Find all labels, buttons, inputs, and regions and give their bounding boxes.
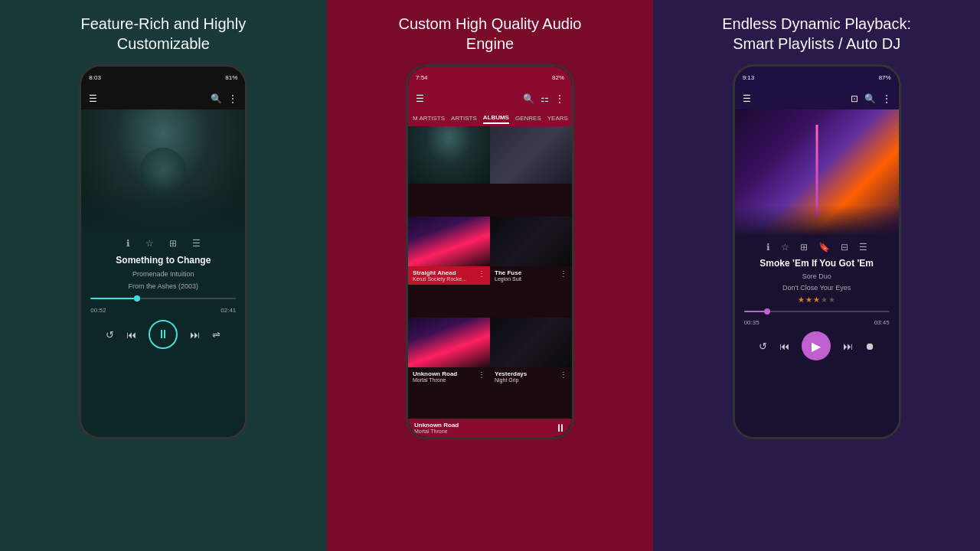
album-art-1 (408, 126, 490, 184)
album-text-5: Unknown Road Mortal Throne (413, 370, 457, 383)
time-row-3: 00:35 03:45 (744, 319, 890, 326)
more-icon-album-6[interactable]: ⋮ (560, 370, 567, 379)
battery-2: 82% (552, 74, 564, 81)
current-time-3: 00:35 (744, 319, 760, 326)
album-text-6: Yesterdays Night Grip (495, 370, 527, 383)
playback-controls-3: ↺ ⏮ ▶ ⏭ ⏺ (759, 331, 875, 360)
album-text-3: Straight Ahead Kenzi Society Rocke... (413, 269, 466, 282)
more-icon-album-4[interactable]: ⋮ (560, 269, 567, 278)
more-icon-2[interactable]: ⋮ (555, 93, 564, 104)
panel-3-title: Endless Dynamic Playback: Smart Playlist… (702, 14, 932, 54)
queue-icon-3[interactable]: ☰ (859, 242, 867, 253)
more-icon-album-5[interactable]: ⋮ (478, 370, 485, 379)
tab-m-artists[interactable]: M ARTISTS (413, 113, 445, 123)
album-cell-2 (490, 126, 572, 217)
phone-2: 7:54 82% ☰ 🔍 ⚏ ⋮ M ARTISTS ARTISTS ALBUM… (406, 64, 574, 439)
next-btn-3[interactable]: ⏭ (843, 341, 853, 352)
np-title: Unknown Road (414, 422, 459, 429)
album-artist-6: Night Grip (495, 377, 527, 383)
status-bar-1: 8:03 81% (81, 67, 245, 88)
total-time-3: 03:45 (874, 319, 890, 326)
song-title-3: Smoke 'Em If You Got 'Em (760, 258, 874, 269)
album-name-4: The Fuse (495, 269, 521, 276)
progress-thumb-3 (764, 308, 770, 315)
action-icons-1: ℹ ☆ ⊞ ☰ (126, 238, 201, 249)
prev-btn-1[interactable]: ⏮ (126, 329, 136, 341)
panel-2-title: Custom High Quality Audio Engine (375, 14, 605, 54)
album-info-4: The Fuse Legion Suit ⋮ (490, 266, 572, 285)
player-screen-3: ℹ ☆ ⊞ 🔖 ⊟ ☰ Smoke 'Em If You Got 'Em Sor… (735, 109, 899, 437)
panel-1: Feature-Rich and Highly Customizable 8:0… (0, 0, 327, 551)
now-playing-bar: Unknown Road Mortal Throne ⏸ (408, 419, 572, 437)
time-2: 7:54 (416, 74, 428, 81)
search-icon-1[interactable]: 🔍 (211, 93, 222, 104)
menu-icon-2[interactable]: ☰ (416, 93, 424, 104)
np-pause-btn[interactable]: ⏸ (555, 422, 566, 434)
battery-1: 81% (225, 74, 237, 81)
panel-1-title: Feature-Rich and Highly Customizable (48, 14, 278, 54)
queue-icon-1[interactable]: ☰ (192, 238, 201, 249)
lyrics-icon-1[interactable]: ⊞ (169, 238, 177, 249)
menu-icon-3[interactable]: ☰ (743, 93, 751, 104)
favorite-icon-3[interactable]: ☆ (781, 242, 789, 253)
total-time-1: 02:41 (220, 307, 236, 314)
bookmark-icon-3[interactable]: 🔖 (818, 242, 830, 253)
favorite-icon-1[interactable]: ☆ (145, 238, 154, 249)
record-btn-3[interactable]: ⏺ (865, 341, 875, 352)
album-artist-3: Kenzi Society Rocke... (413, 276, 466, 282)
menu-icon-1[interactable]: ☰ (89, 93, 97, 104)
grid-icon-3[interactable]: ⊞ (800, 242, 808, 253)
filter-icon-2[interactable]: ⚏ (541, 93, 549, 104)
shuffle-btn-1[interactable]: ⇌ (212, 329, 220, 341)
album-name-5: Unknown Road (413, 370, 457, 377)
progress-track-3 (744, 311, 890, 312)
more-icon-1[interactable]: ⋮ (228, 93, 237, 104)
minus-icon-3[interactable]: ⊟ (841, 242, 848, 253)
progress-bar-1[interactable] (90, 295, 236, 302)
search-icon-2[interactable]: 🔍 (523, 93, 534, 104)
tab-artists[interactable]: ARTISTS (451, 113, 477, 123)
album-art-2 (490, 126, 572, 184)
more-icon-album-3[interactable]: ⋮ (478, 269, 485, 278)
info-icon-1[interactable]: ℹ (126, 238, 130, 249)
album-artist-5: Mortal Throne (413, 377, 457, 383)
next-btn-1[interactable]: ⏭ (190, 329, 200, 341)
album-art-4 (490, 217, 572, 266)
cast-icon-3[interactable]: ⊡ (851, 93, 858, 104)
album-name-6: Yesterdays (495, 370, 527, 377)
progress-bar-3[interactable] (744, 308, 890, 315)
panel-2: Custom High Quality Audio Engine 7:54 82… (327, 0, 654, 551)
album-cell-1 (408, 126, 490, 217)
album-art-3-main (735, 109, 899, 236)
search-icon-3[interactable]: 🔍 (864, 93, 876, 104)
tab-genres[interactable]: GENRES (515, 113, 541, 123)
album-cell-5: Unknown Road Mortal Throne ⋮ (408, 318, 490, 419)
tab-years[interactable]: YEARS (547, 113, 568, 123)
nav-bar-3: ☰ ⊡ 🔍 ⋮ (735, 88, 899, 109)
progress-fill-1 (90, 298, 137, 299)
album-cell-6: Yesterdays Night Grip ⋮ (490, 318, 572, 419)
info-icon-3[interactable]: ℹ (766, 242, 770, 253)
tab-albums[interactable]: ALBUMS (483, 112, 509, 124)
album-artist-4: Legion Suit (495, 276, 521, 282)
action-icons-3: ℹ ☆ ⊞ 🔖 ⊟ ☰ (766, 242, 867, 253)
song-artist-1: Promenade Intuition (132, 270, 194, 278)
repeat-btn-1[interactable]: ↺ (106, 329, 114, 341)
albums-screen: M ARTISTS ARTISTS ALBUMS GENRES YEARS (408, 109, 572, 437)
album-info-5: Unknown Road Mortal Throne ⋮ (408, 367, 490, 386)
prev-btn-3[interactable]: ⏮ (779, 341, 789, 352)
status-bar-2: 7:54 82% (408, 67, 572, 88)
time-row-1: 00:52 02:41 (90, 307, 236, 314)
play-btn-3[interactable]: ▶ (802, 331, 831, 360)
time-1: 8:03 (89, 74, 101, 81)
controls-3: ℹ ☆ ⊞ 🔖 ⊟ ☰ Smoke 'Em If You Got 'Em Sor… (735, 236, 899, 367)
album-info-3: Straight Ahead Kenzi Society Rocke... ⋮ (408, 266, 490, 285)
pause-btn-1[interactable]: ⏸ (149, 320, 178, 349)
album-art-6 (490, 318, 572, 367)
album-name-3: Straight Ahead (413, 269, 466, 276)
repeat-btn-3[interactable]: ↺ (759, 341, 767, 352)
more-icon-3[interactable]: ⋮ (882, 93, 891, 104)
song-artist-3: Sore Duo (802, 272, 831, 280)
progress-track-1 (90, 298, 236, 299)
albums-grid: Straight Ahead Kenzi Society Rocke... ⋮ … (408, 126, 572, 419)
